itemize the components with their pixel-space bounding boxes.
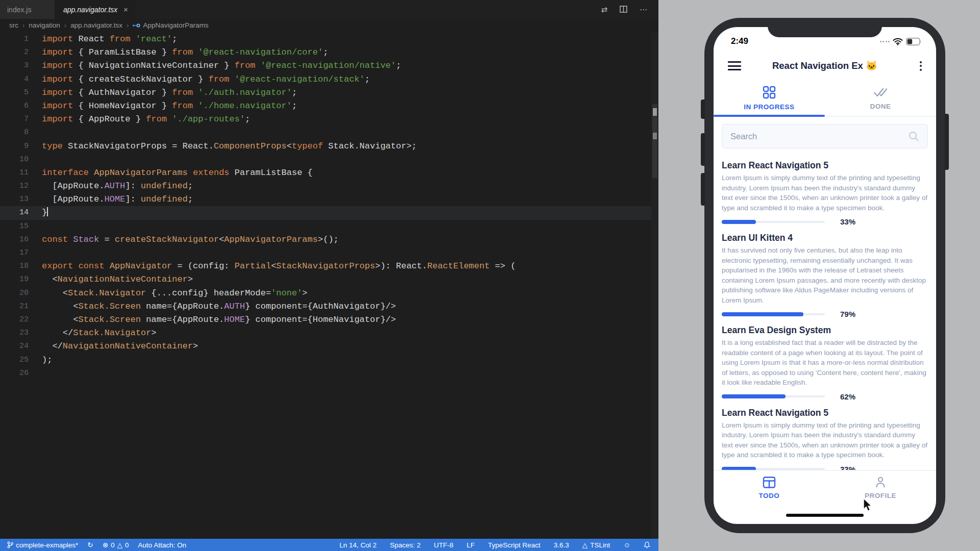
- notifications-bell-icon[interactable]: [644, 541, 650, 548]
- tab-done[interactable]: DONE: [825, 80, 936, 116]
- close-icon[interactable]: ×: [124, 5, 128, 14]
- code-line[interactable]: 4import { createStackNavigator } from '@…: [0, 73, 651, 86]
- task-item[interactable]: Learn React Navigation 5Lorem Ipsum is s…: [722, 407, 928, 470]
- code-line[interactable]: 19 <NavigationNativeContainer>: [0, 273, 651, 286]
- code-line[interactable]: 2import { ParamListBase } from '@react-n…: [0, 46, 651, 59]
- code-line[interactable]: 5import { AuthNavigator } from './auth.n…: [0, 86, 651, 99]
- line-content: import React from 'react';: [29, 33, 177, 46]
- warning-triangle-icon: △: [582, 541, 587, 549]
- code-line[interactable]: 21 <Stack.Screen name={AppRoute.AUTH} co…: [0, 300, 651, 313]
- interface-symbol-icon: [133, 23, 140, 28]
- code-line[interactable]: 20 <Stack.Navigator {...config} headerMo…: [0, 287, 651, 300]
- encoding[interactable]: UTF-8: [434, 541, 453, 549]
- code-line[interactable]: 10: [0, 153, 651, 166]
- bottom-tab-todo[interactable]: TODO: [714, 476, 825, 499]
- code-line[interactable]: 26: [0, 367, 651, 380]
- code-line[interactable]: 12 [AppRoute.AUTH]: undefined;: [0, 180, 651, 193]
- progress-fill: [722, 312, 803, 316]
- code-line[interactable]: 24 </NavigationNativeContainer>: [0, 340, 651, 353]
- code-line[interactable]: 8: [0, 126, 651, 139]
- split-editor-icon[interactable]: [620, 6, 627, 14]
- code-line[interactable]: 9type StackNavigatorProps = React.Compon…: [0, 140, 651, 153]
- breadcrumb-item-navigation[interactable]: navigation: [29, 21, 60, 29]
- task-description: It has survived not only five centuries,…: [722, 245, 928, 305]
- tab-app-navigator-tsx[interactable]: app.navigator.tsx ×: [56, 0, 135, 19]
- search-icon: [908, 131, 919, 142]
- auto-attach-indicator[interactable]: Auto Attach: On: [138, 541, 186, 549]
- line-content: import { NavigationNativeContainer } fro…: [29, 59, 401, 72]
- task-item[interactable]: Learn UI Kitten 4It has survived not onl…: [722, 232, 928, 318]
- tab-in-progress[interactable]: IN PROGRESS: [714, 80, 825, 116]
- cursor-position[interactable]: Ln 14, Col 2: [339, 541, 377, 549]
- code-line[interactable]: 13 [AppRoute.HOME]: undefined;: [0, 193, 651, 206]
- line-number: 23: [0, 327, 29, 340]
- top-tab-bar: IN PROGRESS DONE: [714, 80, 936, 117]
- code-line[interactable]: 6import { HomeNavigator } from './home.n…: [0, 99, 651, 113]
- task-title: Learn Eva Design System: [722, 324, 928, 336]
- mute-switch: [701, 99, 705, 119]
- kebab-menu-icon[interactable]: [909, 61, 922, 71]
- line-number: 6: [0, 99, 29, 113]
- layout-icon: [763, 476, 776, 489]
- line-content: interface AppNavigatorParams extends Par…: [29, 166, 313, 180]
- feedback-smiley-icon[interactable]: ☺: [623, 541, 630, 549]
- task-item[interactable]: Learn Eva Design SystemIt is a long esta…: [722, 324, 928, 401]
- line-content: );: [29, 354, 52, 367]
- chevron-right-icon: ›: [127, 22, 129, 29]
- code-line[interactable]: 17: [0, 246, 651, 260]
- tslint-indicator[interactable]: △ TSLint: [582, 541, 610, 549]
- open-changes-icon[interactable]: ⇄: [601, 6, 607, 13]
- status-time: 2:49: [731, 36, 748, 46]
- code-line[interactable]: 14}: [0, 206, 651, 219]
- line-number: 5: [0, 86, 29, 99]
- problems-indicator[interactable]: ⊗ 0 △ 0: [103, 541, 129, 549]
- grid-icon: [763, 86, 776, 99]
- line-number: 15: [0, 220, 29, 233]
- active-tab-indicator: [714, 115, 825, 117]
- line-content: import { HomeNavigator } from './home.na…: [29, 99, 297, 113]
- line-number: 26: [0, 367, 29, 380]
- code-line[interactable]: 16const Stack = createStackNavigator<App…: [0, 233, 651, 246]
- sync-icon[interactable]: ↻: [87, 541, 93, 549]
- battery-icon: [906, 38, 922, 45]
- code-line[interactable]: 3import { NavigationNativeContainer } fr…: [0, 59, 651, 72]
- code-area[interactable]: 1import React from 'react';2import { Par…: [0, 33, 651, 380]
- screenshot-root: index.js app.navigator.tsx × ⇄ ⋯ src › n…: [0, 0, 980, 551]
- code-line[interactable]: 18export const AppNavigator = (config: P…: [0, 260, 651, 273]
- tab-index-js[interactable]: index.js: [0, 0, 55, 19]
- line-number: 21: [0, 300, 29, 313]
- menu-icon[interactable]: [728, 61, 741, 70]
- breadcrumb-item-src[interactable]: src: [9, 21, 18, 29]
- language-mode[interactable]: TypeScript React: [488, 541, 541, 549]
- progress-percent-label: 33%: [840, 217, 855, 226]
- search-input[interactable]: Search: [722, 124, 928, 148]
- task-item[interactable]: Learn React Navigation 5Lorem Ipsum is s…: [722, 160, 928, 226]
- line-number: 22: [0, 313, 29, 327]
- home-area: [714, 509, 936, 524]
- overview-ruler-mark: [653, 133, 657, 139]
- line-content: export const AppNavigator = (config: Par…: [29, 260, 516, 273]
- breadcrumb-symbol[interactable]: AppNavigatorParams: [133, 21, 208, 29]
- indentation[interactable]: Spaces: 2: [390, 541, 421, 549]
- line-number: 1: [0, 33, 29, 46]
- code-line[interactable]: 22 <Stack.Screen name={AppRoute.HOME} co…: [0, 313, 651, 327]
- code-line[interactable]: 1import React from 'react';: [0, 33, 651, 46]
- bottom-tab-profile[interactable]: PROFILE: [825, 476, 936, 499]
- code-line[interactable]: 7import { AppRoute } from './app-routes'…: [0, 113, 651, 126]
- eol-sequence[interactable]: LF: [467, 541, 475, 549]
- typescript-version[interactable]: 3.6.3: [554, 541, 569, 549]
- editor-tab-bar: index.js app.navigator.tsx × ⇄ ⋯: [0, 0, 658, 19]
- code-line[interactable]: 15: [0, 220, 651, 233]
- home-indicator[interactable]: [786, 514, 864, 517]
- code-line[interactable]: 25);: [0, 354, 651, 367]
- line-content: [29, 126, 42, 139]
- breadcrumb-item-file[interactable]: app.navigator.tsx: [70, 21, 122, 29]
- git-branch-indicator[interactable]: complete-exmaples*: [7, 541, 78, 549]
- warnings-icon: △: [117, 541, 122, 549]
- line-number: 16: [0, 233, 29, 246]
- editor-scrollbar[interactable]: [651, 33, 658, 539]
- line-number: 14: [0, 206, 29, 219]
- more-actions-icon[interactable]: ⋯: [640, 6, 647, 13]
- code-line[interactable]: 23 </Stack.Navigator>: [0, 327, 651, 340]
- code-line[interactable]: 11interface AppNavigatorParams extends P…: [0, 166, 651, 180]
